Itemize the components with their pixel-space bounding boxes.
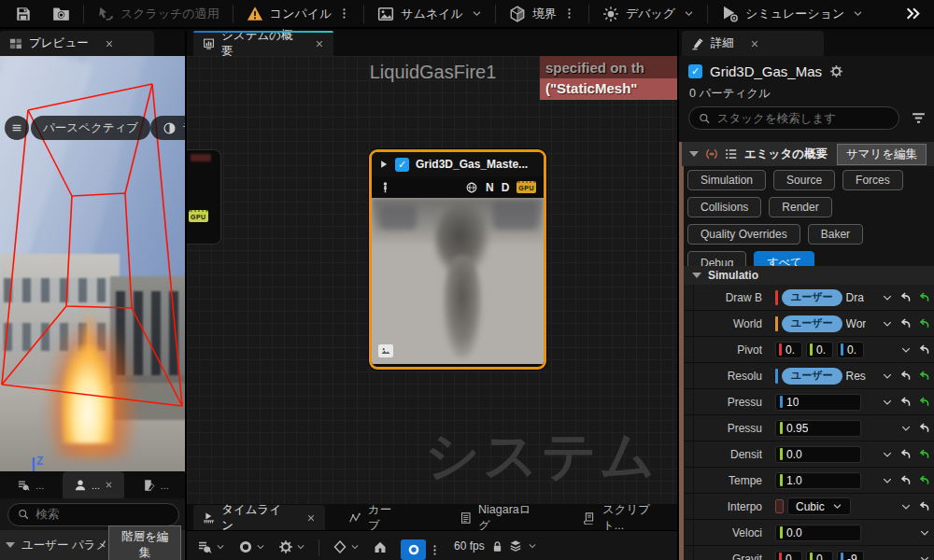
edit-hierarchy-button[interactable]: 階層を編集	[108, 525, 181, 560]
close-icon[interactable]	[105, 39, 114, 49]
simulation-button[interactable]: シミュレーション	[714, 0, 870, 28]
chevron-down-icon[interactable]	[882, 292, 893, 303]
reset-icon[interactable]	[899, 448, 912, 460]
reset-to-source-icon[interactable]	[918, 396, 930, 408]
chevron-down-icon[interactable]	[919, 553, 930, 560]
vector-z-input[interactable]: 0.	[837, 342, 864, 358]
search-input[interactable]	[35, 508, 169, 521]
home-button[interactable]	[373, 539, 388, 554]
preview-viewport[interactable]: * Z Y パースペクティブ ラ	[0, 56, 187, 471]
chevron-down-icon[interactable]	[882, 449, 893, 460]
filter-render[interactable]: Render	[769, 197, 831, 217]
chevron-down-icon[interactable]	[882, 371, 893, 382]
filter-source[interactable]: Source	[773, 170, 835, 190]
reset-icon[interactable]	[918, 343, 930, 356]
close-icon[interactable]	[105, 481, 113, 489]
close-icon[interactable]	[750, 39, 759, 49]
system-overview-graph[interactable]: LiquidGasFire1 システム specified on th ("St…	[187, 56, 679, 504]
reset-icon[interactable]	[918, 422, 930, 434]
reset-icon[interactable]	[918, 500, 930, 512]
reset-icon[interactable]	[899, 291, 912, 303]
expand-play-icon[interactable]	[379, 160, 389, 169]
apply-scratch-button[interactable]: スクラッチの適用	[90, 0, 227, 28]
param-value[interactable]: Wor	[846, 317, 867, 330]
debug-button[interactable]: デバッグ	[595, 0, 701, 28]
stack-search-input[interactable]	[717, 112, 889, 125]
user-pill[interactable]: ユーザー	[782, 368, 842, 385]
reset-to-source-icon[interactable]	[918, 317, 930, 329]
number-input[interactable]: 0.0	[775, 525, 861, 541]
browse-button[interactable]	[45, 0, 78, 28]
filter-baker[interactable]: Baker	[808, 224, 863, 245]
param-value[interactable]: Dra	[846, 291, 864, 304]
reset-to-source-icon[interactable]	[918, 448, 930, 460]
chevron-down-icon[interactable]	[882, 475, 893, 486]
compile-options-icon[interactable]	[338, 7, 350, 20]
emitter-enabled-checkbox[interactable]: ✓	[688, 64, 702, 78]
emitter-node-partial[interactable]: GPU	[187, 149, 221, 245]
reset-icon[interactable]	[899, 396, 912, 408]
tab-timeline[interactable]: タイムライン	[193, 505, 325, 530]
filter-simulation[interactable]: Simulation	[687, 170, 766, 190]
reset-to-source-icon[interactable]	[918, 474, 930, 486]
bounds-options-icon[interactable]	[563, 7, 575, 20]
timeline-settings-button[interactable]	[198, 539, 225, 554]
keyframe-button[interactable]	[333, 539, 360, 554]
chevron-down-icon[interactable]	[919, 527, 930, 539]
reset-icon[interactable]	[899, 474, 912, 486]
filter-funnel-icon[interactable]	[911, 110, 927, 126]
number-input[interactable]: 10	[775, 394, 861, 411]
reset-icon[interactable]	[899, 370, 912, 382]
vector-y-input[interactable]: 0.	[806, 551, 833, 560]
triangle-down-icon[interactable]	[692, 273, 701, 278]
timeline-gear-button[interactable]	[278, 539, 305, 554]
chevron-down-icon[interactable]	[900, 423, 912, 434]
number-input[interactable]: 0.95	[775, 420, 861, 437]
enum-dropdown[interactable]: Cubic	[787, 497, 851, 515]
globe-icon[interactable]	[465, 181, 478, 194]
emitter-node[interactable]: ✓ Grid3D_Gas_Maste... N D GPU	[369, 149, 546, 370]
reset-to-source-icon[interactable]	[918, 291, 930, 303]
vector-x-input[interactable]: 0.	[775, 342, 802, 358]
tab-system-settings[interactable]: ...	[0, 471, 63, 498]
playback-options-icon[interactable]	[429, 544, 441, 556]
reset-to-source-icon[interactable]	[918, 370, 930, 382]
edit-summary-button[interactable]: サマリを編集	[837, 144, 927, 165]
thumbnail-button[interactable]: サムネイル	[370, 0, 489, 28]
lit-mode-button[interactable]: ラ	[150, 116, 187, 140]
reset-icon[interactable]	[899, 317, 912, 329]
loop-playback-button[interactable]	[401, 539, 426, 560]
tab-user-parameters[interactable]: ...	[63, 471, 125, 498]
tab-script-stats[interactable]: スクリプト...	[573, 505, 679, 530]
filter-forces[interactable]: Forces	[842, 170, 903, 190]
stack-search-box[interactable]	[688, 106, 899, 130]
close-icon[interactable]	[315, 39, 324, 49]
param-value[interactable]: Res	[846, 370, 866, 383]
viewport-menu-button[interactable]	[5, 116, 29, 140]
toolbar-overflow-button[interactable]	[905, 6, 927, 21]
emitter-node-header[interactable]: ✓ Grid3D_Gas_Maste...	[372, 152, 544, 176]
triangle-down-icon[interactable]	[689, 151, 699, 157]
tab-scratch-pad[interactable]: ...	[124, 471, 187, 498]
left-search-box[interactable]	[7, 503, 179, 526]
chevron-down-icon[interactable]	[900, 344, 912, 356]
localspace-icon[interactable]	[379, 181, 391, 193]
gear-icon[interactable]	[829, 64, 843, 78]
chevron-down-icon[interactable]	[882, 318, 893, 329]
filter-collisions[interactable]: Collisions	[687, 197, 761, 217]
tab-details[interactable]: 詳細	[682, 31, 824, 56]
perspective-button[interactable]: パースペクティブ	[31, 116, 150, 140]
simulation-group-header[interactable]: Simulatio	[684, 266, 934, 285]
fps-selector[interactable]: 60 fps	[454, 539, 537, 553]
tab-niagara-log[interactable]: Niagaraログ	[450, 505, 551, 530]
tab-system-overview[interactable]: システムの概要	[193, 31, 333, 56]
filter-quality-overrides[interactable]: Quality Overrides	[687, 224, 800, 245]
close-icon[interactable]	[306, 513, 316, 523]
number-input[interactable]: 0.0	[775, 446, 861, 463]
emitter-enabled-checkbox[interactable]: ✓	[395, 158, 409, 172]
tab-curves[interactable]: カーブ	[339, 505, 411, 530]
vector-x-input[interactable]: 0.	[775, 551, 802, 560]
compile-button[interactable]: コンパイル	[239, 0, 359, 28]
chevron-down-icon[interactable]	[900, 501, 912, 512]
chevron-down-icon[interactable]	[882, 397, 893, 408]
